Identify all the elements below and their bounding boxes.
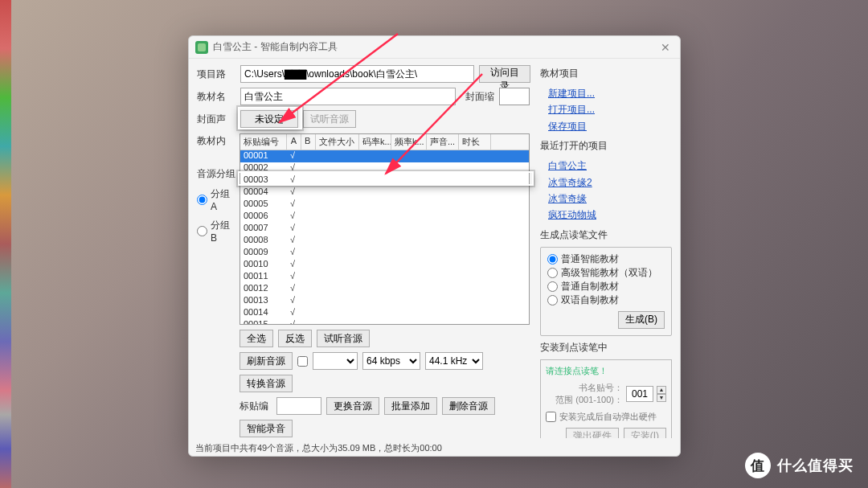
table-row[interactable]: 00015√ (240, 319, 529, 325)
watermark: 值 什么值得买 (745, 453, 854, 478)
material-name-input[interactable] (240, 88, 456, 105)
project-section-title: 教材项目 (540, 67, 672, 80)
convert-button[interactable]: 转换音源 (240, 375, 293, 392)
project-link[interactable]: 保存项目 (540, 118, 672, 134)
recent-section-title: 最近打开的项目 (540, 139, 672, 153)
invert-sel-button[interactable]: 反选 (278, 330, 312, 347)
table-row[interactable]: 00014√ (240, 307, 529, 319)
slot-label: 书名贴号： (555, 382, 623, 394)
recent-project-link[interactable]: 冰雪奇缘 (540, 191, 672, 207)
project-link[interactable]: 新建项目... (540, 85, 672, 101)
left-panel: 项目路 访问目录 教材名 封面缩 封面声 未设定 试听音源 (197, 65, 530, 438)
column-header[interactable]: B (301, 134, 316, 150)
gen-option-radio[interactable]: 普通智能教材 (547, 252, 665, 266)
table-row[interactable]: 00010√ (240, 259, 529, 271)
spin-down-icon[interactable]: ▼ (657, 394, 666, 402)
visit-dir-button[interactable]: 访问目录 (479, 65, 530, 83)
column-header[interactable]: 声音... (427, 134, 459, 150)
delete-button[interactable]: 删除音源 (442, 397, 495, 415)
column-header[interactable]: A (287, 134, 301, 150)
gen-option-radio[interactable]: 双语自制教材 (547, 293, 665, 307)
generate-button[interactable]: 生成(B) (618, 311, 665, 329)
table-row[interactable]: 00008√ (240, 235, 529, 247)
right-panel: 教材项目 新建项目...打开项目...保存项目 最近打开的项目 白雪公主冰雪奇缘… (540, 65, 672, 438)
table-row[interactable]: 00001√ (240, 150, 529, 162)
column-header[interactable]: 文件大小 (316, 134, 359, 150)
group-label: 音源分组 (197, 167, 235, 181)
group-a-radio[interactable]: 分组A (197, 187, 235, 212)
unnamed-select[interactable] (313, 352, 358, 370)
spin-up-icon[interactable]: ▲ (657, 386, 666, 394)
bitrate-select[interactable]: 64 kbps (362, 352, 420, 370)
table-row[interactable]: 00012√ (240, 283, 529, 295)
app-icon (195, 41, 208, 54)
table-row[interactable]: 00004√ (240, 187, 529, 199)
slot-number-input[interactable] (626, 386, 653, 402)
batch-add-button[interactable]: 批量添加 (384, 397, 437, 415)
app-window: 白雪公主 - 智能自制内容工具 ✕ 项目路 访问目录 教材名 封面缩 封面声 (188, 35, 681, 457)
column-header[interactable]: 频率k... (391, 134, 427, 150)
table-row[interactable]: 00007√ (240, 223, 529, 235)
gen-option-radio[interactable]: 高级智能教材（双语） (547, 266, 665, 280)
convert-checkbox[interactable] (297, 356, 308, 367)
table-row[interactable]: 00002√ (240, 162, 529, 174)
table-row[interactable]: 00006√ (240, 211, 529, 223)
select-all-button[interactable]: 全选 (240, 330, 273, 347)
table-row[interactable]: 00009√ (240, 247, 529, 259)
column-header[interactable]: 标贴编号 (240, 134, 287, 150)
table-row[interactable]: 00011√ (240, 271, 529, 283)
recent-project-link[interactable]: 白雪公主 (540, 158, 672, 174)
gen-section-title: 生成点读笔文件 (540, 228, 672, 242)
label-edit-input[interactable] (276, 397, 321, 415)
close-icon[interactable]: ✕ (657, 41, 674, 54)
table-row[interactable]: 00003√ (240, 174, 529, 187)
preview-cover-button[interactable]: 试听音源 (303, 110, 356, 128)
connection-status: 请连接点读笔！ (546, 365, 666, 377)
install-section-title: 安装到点读笔中 (540, 341, 672, 355)
cover-thumb-box[interactable] (499, 88, 530, 105)
cover-sound-button[interactable]: 未设定 (240, 110, 298, 128)
cover-thumb-label: 封面缩 (465, 90, 494, 104)
freq-select[interactable]: 44.1 kHz (425, 352, 483, 370)
content-label: 教材内 (197, 134, 235, 148)
table-row[interactable]: 00005√ (240, 199, 529, 211)
auto-eject-checkbox[interactable]: 安装完成后自动弹出硬件 (546, 411, 666, 423)
window-title: 白雪公主 - 智能自制内容工具 (213, 40, 657, 54)
watermark-text: 什么值得买 (777, 456, 854, 475)
column-header[interactable]: 时长 (459, 134, 491, 150)
preview-audio-button[interactable]: 试听音源 (317, 330, 370, 347)
recent-project-link[interactable]: 疯狂动物城 (540, 207, 672, 223)
title-bar[interactable]: 白雪公主 - 智能自制内容工具 ✕ (189, 36, 680, 59)
install-button[interactable]: 安装(I) (624, 428, 666, 438)
refresh-button[interactable]: 刷新音源 (240, 352, 293, 370)
group-b-radio[interactable]: 分组B (197, 219, 235, 244)
slot-range: 范围 (001-100)： (555, 394, 623, 406)
status-bar: 当前项目中共有49个音源，总大小为35.09 MB，总时长为00:00 (195, 442, 442, 454)
project-link[interactable]: 打开项目... (540, 101, 672, 117)
label-edit-label: 标贴编 (240, 400, 272, 413)
cover-sound-label: 封面声 (197, 113, 235, 126)
material-label: 教材名 (197, 90, 235, 104)
project-path-input[interactable] (240, 65, 474, 83)
column-header[interactable]: 码率k... (359, 134, 391, 150)
replace-button[interactable]: 更换音源 (326, 397, 379, 415)
audio-list[interactable]: 标贴编号AB文件大小码率k...频率k...声音...时长 00001√0000… (240, 133, 530, 325)
gen-groupbox: 普通智能教材高级智能教材（双语）普通自制教材双语自制教材 生成(B) (540, 247, 672, 336)
watermark-badge-icon: 值 (745, 453, 771, 478)
path-label: 项目路 (197, 68, 235, 81)
install-groupbox: 请连接点读笔！ 书名贴号： 范围 (001-100)： ▲▼ 安装完成后自动弹出… (540, 359, 672, 438)
gen-option-radio[interactable]: 普通自制教材 (547, 280, 665, 293)
recent-project-link[interactable]: 冰雪奇缘2 (540, 174, 672, 191)
table-row[interactable]: 00013√ (240, 295, 529, 307)
smart-record-button[interactable]: 智能录音 (240, 420, 293, 437)
eject-button[interactable]: 弹出硬件 (566, 428, 619, 438)
